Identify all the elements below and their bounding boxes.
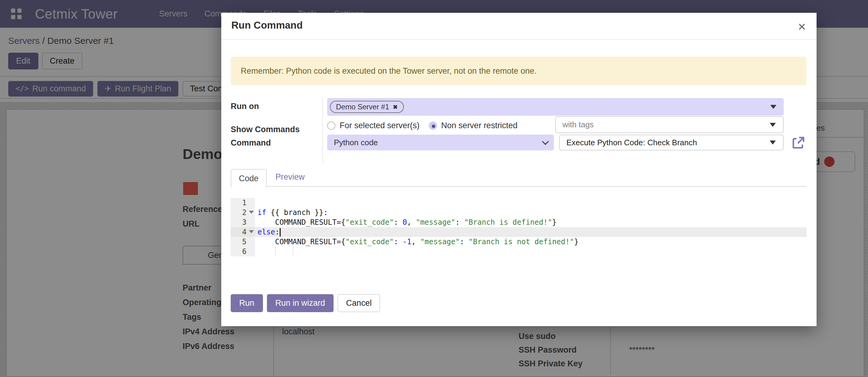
command-type-select[interactable]: Python code [327, 135, 554, 150]
caret-down-icon [770, 141, 776, 145]
tab-code[interactable]: Code [231, 169, 267, 187]
chevron-down-icon [542, 138, 549, 145]
command-select[interactable]: Execute Python Code: Check Branch [559, 135, 784, 150]
editor-line-5[interactable]: 5 COMMAND_RESULT={"exit_code": -1, "mess… [231, 237, 807, 246]
code-text: if {{ branch }}: [255, 208, 328, 217]
editor-line-3[interactable]: 3 COMMAND_RESULT={"exit_code": 0, "messa… [231, 218, 807, 227]
radio-circle-icon [327, 121, 335, 130]
remove-tag-icon[interactable]: ✖ [393, 104, 398, 111]
fold-arrow-icon[interactable] [249, 211, 254, 214]
text-cursor [280, 228, 281, 237]
close-icon[interactable]: ✕ [797, 20, 808, 34]
code-text: else: [255, 228, 281, 237]
code-text: COMMAND_RESULT={"exit_code": -1, "messag… [255, 237, 579, 246]
line-number: 4 [231, 227, 255, 237]
line-number: 1 [231, 198, 255, 208]
editor-line-6[interactable]: 6 [231, 246, 807, 256]
line-number: 5 [231, 237, 255, 246]
editor-line-2[interactable]: 2if {{ branch }}: [231, 208, 807, 218]
indent-guide [275, 246, 276, 256]
command-label: Command [231, 138, 271, 148]
caret-down-icon [770, 105, 776, 109]
run-in-wizard-button[interactable]: Run in wizard [267, 294, 334, 312]
show-commands-label: Show Commands [231, 125, 300, 134]
code-text: COMMAND_RESULT={"exit_code": 0, "message… [255, 218, 557, 227]
screen: Cetmix Tower ServersCommandsFilesToolsSe… [0, 0, 868, 377]
run-on-select[interactable]: Demo Server #1 ✖ [327, 98, 784, 116]
line-number: 6 [231, 246, 255, 256]
indent-guide [293, 246, 293, 256]
line-number: 3 [231, 218, 255, 227]
tab-preview[interactable]: Preview [275, 172, 305, 182]
tabs-underline [231, 186, 807, 187]
radio-non-server-restricted[interactable]: Non server restricted [429, 121, 518, 130]
line-number: 2 [231, 208, 255, 218]
run-command-modal: Run Command ✕ Remember: Python code is e… [221, 13, 816, 326]
with-tags-select[interactable]: with tags [555, 116, 784, 133]
caret-down-icon [770, 123, 776, 127]
show-commands-radios: For selected server(s) Non server restri… [327, 121, 517, 130]
run-on-label: Run on [231, 102, 259, 111]
run-button[interactable]: Run [231, 294, 263, 312]
fold-arrow-icon[interactable] [249, 230, 254, 233]
radio-for-selected-servers[interactable]: For selected server(s) [327, 121, 420, 130]
warning-banner: Remember: Python code is executed on the… [231, 57, 807, 85]
form-column-separator [322, 98, 323, 164]
modal-title: Run Command [231, 20, 303, 31]
modal-footer: Run Run in wizard Cancel [231, 294, 380, 312]
editor-line-1[interactable]: 1 [231, 198, 807, 208]
code-editor[interactable]: 12if {{ branch }}:3 COMMAND_RESULT={"exi… [231, 198, 807, 256]
server-tag: Demo Server #1 ✖ [330, 101, 404, 113]
editor-line-4[interactable]: 4else: [231, 227, 807, 237]
radio-circle-selected-icon [429, 121, 437, 130]
cancel-button[interactable]: Cancel [338, 294, 380, 312]
modal-header: Run Command ✕ [221, 13, 816, 40]
external-link-icon[interactable] [791, 136, 805, 150]
